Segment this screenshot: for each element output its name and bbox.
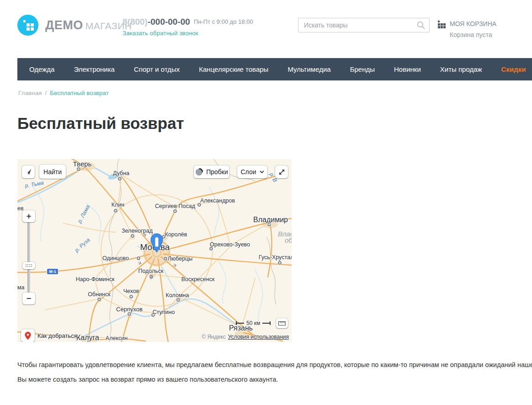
map-placemark-pin[interactable]	[150, 233, 164, 255]
map-city-label: Чехов	[123, 288, 139, 294]
map-city-dot	[164, 257, 167, 261]
map-city-label: Гусь-Хрустальный	[259, 254, 292, 261]
route-pin-icon	[25, 331, 31, 340]
zoom-slider-track[interactable]	[27, 222, 30, 293]
map-city-dot	[97, 298, 101, 301]
phone-number: 8(800)-000-00-00	[122, 17, 190, 27]
map-city-label: Коломна	[166, 292, 189, 298]
map-find-button[interactable]: Найти	[39, 165, 66, 179]
ruler-button[interactable]	[276, 318, 288, 328]
traffic-button[interactable]: Пробки	[194, 165, 229, 178]
nav-item-Новинки[interactable]: Новинки	[384, 65, 431, 73]
cart-widget[interactable]: МОЯ КОРЗИНА Корзина пуста	[437, 20, 496, 38]
map-city-label: Одинцово	[102, 255, 129, 261]
map-scale: 50 км	[236, 320, 271, 326]
logo-pixels-icon	[17, 15, 38, 36]
map-city-label: Подольск	[138, 268, 163, 274]
body-paragraph-2: Вы можете создать запрос на возврат прям…	[17, 376, 278, 383]
cart-status: Корзина пуста	[450, 31, 496, 38]
cart-title[interactable]: МОЯ КОРЗИНА	[450, 20, 496, 27]
layers-button[interactable]: Слои	[237, 165, 267, 178]
map-attribution: © ЯндексУсловия использования	[202, 334, 289, 340]
traffic-light-icon	[195, 168, 203, 176]
map-city-label: Обнинск	[88, 291, 110, 298]
body-paragraph-1: Чтобы гарантировать удовлетворение клиен…	[17, 361, 532, 368]
map-city-dot	[173, 209, 177, 213]
search-box[interactable]	[298, 18, 430, 32]
ruler-icon	[278, 321, 286, 325]
map-city-label: Ступино	[153, 309, 175, 315]
main-nav: ОдеждаЭлектроникаСпорт и отдыхКанцелярск…	[17, 58, 532, 80]
map-city-dot	[114, 209, 117, 213]
working-hours: Пн-Пт с 9:00 до 18:00	[194, 18, 253, 25]
store-logo[interactable]: ДЕМОМАГАЗИН	[17, 15, 132, 36]
map-city-dot	[128, 312, 131, 316]
route-button[interactable]	[21, 329, 35, 342]
yandex-copyright: © Яндекс	[202, 334, 226, 340]
map-city-dot	[131, 234, 134, 238]
map-city-label: Наро-Фоминск	[76, 276, 115, 282]
map-city-label: обл	[285, 236, 292, 244]
breadcrumb: Главная/Бесплатный возврат	[18, 90, 109, 96]
map-city-label: Тверь	[73, 160, 92, 168]
nav-item-Бренды[interactable]: Бренды	[340, 65, 384, 73]
map-city-label: Александров	[200, 197, 235, 204]
map-city-label: Королёв	[165, 231, 187, 238]
map-city-label: Клин	[112, 202, 124, 208]
fullscreen-expand-icon	[278, 169, 285, 176]
route-label[interactable]: Как добраться	[37, 332, 77, 339]
zoom-out-button[interactable]: −	[22, 293, 35, 304]
yandex-map[interactable]: ТверьДубнаКлинСергиев ПосадАлександровВл…	[17, 159, 292, 342]
road-badge-m1: М-1	[47, 269, 58, 274]
map-city-label: Воскресенск	[181, 276, 215, 282]
callback-link[interactable]: Заказать обратный звонок	[122, 30, 198, 37]
search-input[interactable]	[298, 18, 429, 32]
brand-name: ДЕМОМАГАЗИН	[45, 18, 132, 32]
map-city-label: Дубна	[113, 170, 129, 176]
brand-bold: ДЕМО	[45, 18, 83, 32]
fullscreen-button[interactable]	[275, 165, 288, 178]
page-title: Бесплатный возврат	[17, 114, 184, 133]
zoom-in-button[interactable]: +	[22, 210, 35, 222]
map-city-dot	[77, 167, 80, 171]
map-city-label: Калуга	[76, 334, 99, 342]
nav-item-Скидки[interactable]: Скидки	[492, 65, 532, 73]
scale-label: 50 км	[246, 320, 260, 326]
map-city-label: Зеленоград	[122, 228, 153, 234]
map-city-label: Орехово-Зуево	[210, 241, 250, 248]
map-city-dot	[118, 177, 122, 181]
map-city-label: Сергиев Посад	[155, 203, 195, 209]
breadcrumb-current: Бесплатный возврат	[50, 90, 109, 96]
search-icon[interactable]	[417, 21, 426, 32]
breadcrumb-home[interactable]: Главная	[18, 90, 42, 96]
chevron-down-icon	[260, 171, 264, 173]
terms-of-use-link[interactable]: Условия использования	[228, 334, 289, 340]
map-city-label: ма	[17, 284, 25, 291]
map-city-dot	[278, 261, 282, 265]
nav-item-Спорт и отдых[interactable]: Спорт и отдых	[124, 65, 189, 73]
nav-item-Электроника[interactable]: Электроника	[64, 65, 124, 73]
map-city-dot	[129, 295, 133, 298]
map-city-label: Алексин	[106, 335, 128, 341]
geolocation-button[interactable]	[22, 165, 35, 178]
nav-item-Хиты продаж[interactable]: Хиты продаж	[431, 65, 492, 73]
nav-item-Одежда[interactable]: Одежда	[20, 65, 64, 73]
map-city-label: Серпухов	[116, 306, 143, 313]
zoom-slider-handle[interactable]	[22, 262, 35, 269]
slider-grip-icon	[26, 264, 32, 267]
cart-icon	[437, 21, 446, 28]
map-city-label: Люберцы	[168, 256, 193, 262]
nav-item-Канцелярские товары[interactable]: Канцелярские товары	[189, 65, 278, 73]
map-city-label: Владимир	[253, 216, 288, 224]
airplane-icon: ✈	[172, 262, 178, 269]
map-city-dot	[176, 298, 180, 302]
geolocation-arrow-icon	[24, 168, 32, 176]
nav-item-Мультимедиа[interactable]: Мультимедиа	[278, 65, 340, 73]
